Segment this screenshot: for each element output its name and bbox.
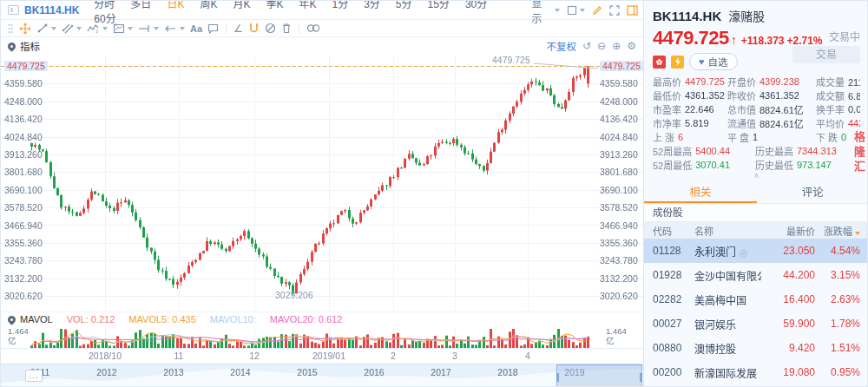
selection-handle-right[interactable]: [640, 373, 642, 382]
breadth-cell: 下 跌0: [816, 130, 860, 144]
col-pct[interactable]: 涨跌幅: [815, 224, 860, 238]
timeline-year-2015[interactable]: 2015: [297, 367, 317, 377]
market-status: 交易中: [829, 29, 860, 43]
stock-code: 01128: [653, 245, 694, 257]
timeline-slider[interactable]: 201120122013201420152016201720182019 ...: [1, 364, 643, 387]
period-tab-日K[interactable]: 日K: [159, 0, 192, 10]
timeline-year-2017[interactable]: 2017: [431, 367, 450, 377]
mavol20-value: MAVOL20: 0.612: [270, 314, 343, 325]
side-panel-toggle-icon[interactable]: [627, 5, 638, 16]
timeline-year-2012[interactable]: 2012: [96, 367, 116, 377]
chart-header: 指标 不复权 ↺ ⊖ ⊕ ⚙: [1, 37, 643, 55]
zoom-out-icon[interactable]: ⊖: [597, 41, 606, 51]
symbol-label[interactable]: BK1114.HK: [24, 4, 79, 16]
stock-row-02282[interactable]: 02282美高梅中国16.4002.63%: [644, 287, 868, 312]
move-tool-icon[interactable]: [16, 21, 34, 36]
adjust-mode-link[interactable]: 不复权: [547, 39, 577, 53]
timeline-selection[interactable]: [556, 364, 642, 387]
period-tab-季K[interactable]: 季K: [258, 0, 291, 10]
range-cell: 历史最低973.147: [755, 158, 860, 172]
display-dropdown[interactable]: 显示: [531, 0, 560, 25]
candlestick-canvas[interactable]: [1, 55, 643, 312]
edit-pencil-icon[interactable]: [592, 5, 602, 16]
indicator-label[interactable]: 指标: [20, 39, 40, 53]
period-tab-周K[interactable]: 周K: [192, 0, 225, 10]
wave-tool-icon[interactable]: 3: [84, 21, 110, 36]
timeline-year-2016[interactable]: 2016: [364, 367, 384, 377]
link-charts-icon[interactable]: [304, 21, 323, 36]
delete-drawings-icon[interactable]: [279, 21, 294, 36]
note-tool-icon[interactable]: [205, 21, 221, 36]
window-layout-icon[interactable]: [8, 5, 19, 15]
col-code[interactable]: 代码: [653, 224, 694, 238]
stock-price: 16.400: [761, 293, 815, 305]
col-price[interactable]: 最新价: [761, 224, 815, 238]
horizontal-ray-tool-icon[interactable]: [135, 21, 161, 36]
stat-label: 历史最高: [755, 144, 793, 158]
stat-value: 8824.61亿: [760, 116, 804, 130]
range-cell: 52周最低3070.41: [653, 158, 755, 172]
trading-app-window: BK1114.HK 分时多日日K周K月K季K年K1分3分5分15分30分60分 …: [0, 0, 868, 387]
timeline-year-2013[interactable]: 2013: [163, 367, 183, 377]
timeline-year-2014[interactable]: 2014: [230, 367, 250, 377]
level2-lightning-badge: [671, 56, 684, 69]
magnet-tool-icon[interactable]: [246, 21, 262, 36]
pattern-tool-icon[interactable]: [110, 21, 135, 36]
angle-tool-icon[interactable]: ∠: [231, 21, 246, 36]
stat-value: 5.819: [685, 118, 709, 128]
stat-cell: 换手率0.072%: [816, 102, 860, 116]
stock-row-00027[interactable]: 00027银河娱乐59.9001.78%: [644, 312, 868, 336]
stock-row-00200[interactable]: 00200新濠国际发展19.0800.95%: [644, 360, 868, 384]
indicator-pin-icon[interactable]: [6, 41, 17, 52]
trendline-tool-icon[interactable]: [34, 21, 59, 36]
stat-value: 1: [753, 132, 758, 142]
stock-row-01928[interactable]: 01928金沙中国有限公司44.2003.15%: [644, 263, 868, 287]
toolbar-grip-handle[interactable]: [8, 23, 13, 34]
period-tab-3分[interactable]: 3分: [356, 0, 388, 10]
period-tab-月K[interactable]: 月K: [225, 0, 258, 10]
timeline-more-button[interactable]: ...: [25, 370, 43, 382]
stock-price: 23.050: [761, 245, 815, 257]
stat-cell: 成交量2119.9万: [816, 75, 860, 89]
period-tab-分时[interactable]: 分时: [86, 0, 122, 10]
period-tab-5分[interactable]: 5分: [388, 0, 420, 10]
stock-name: 新濠国际发展: [694, 365, 761, 380]
selection-handle-left[interactable]: [556, 373, 559, 382]
hide-drawings-icon[interactable]: [262, 21, 279, 36]
add-watchlist-button[interactable]: ♥自选: [689, 53, 738, 70]
period-tab-1分[interactable]: 1分: [324, 0, 356, 10]
candlestick-chart[interactable]: 4479.7254359.5804248.0004136.4204024.840…: [1, 55, 643, 312]
stat-value: 22.646: [685, 104, 714, 115]
period-tab-30分[interactable]: 30分: [457, 0, 495, 10]
stock-row-00880[interactable]: 00880澳博控股9.4201.51%: [644, 336, 868, 360]
fullscreen-expand-icon[interactable]: [609, 5, 620, 16]
stat-cell: 总市值8824.61亿: [727, 102, 816, 116]
chevron-down-icon: [555, 9, 560, 12]
channel-tool-icon[interactable]: [59, 21, 84, 36]
mavol-pin-icon[interactable]: [6, 314, 17, 325]
stock-name: 金沙中国有限公司: [694, 268, 761, 283]
reset-chart-icon[interactable]: ↺: [582, 41, 591, 51]
col-name[interactable]: 名称: [694, 224, 761, 238]
stock-change-pct: 0.95%: [815, 366, 860, 378]
period-tab-多日[interactable]: 多日: [122, 0, 159, 10]
stat-value: 4361.352: [760, 90, 799, 101]
mavol-title[interactable]: MAVOL: [20, 314, 53, 325]
zoom-in-icon[interactable]: ⊕: [612, 41, 621, 51]
panel-tab-评论[interactable]: 评论: [757, 182, 868, 203]
collapse-stats-caret[interactable]: ∧: [653, 172, 860, 180]
panel-tab-相关[interactable]: 相关: [644, 182, 757, 203]
volume-pane[interactable]: 1.464亿 1.464亿: [1, 326, 643, 348]
timeline-year-2018[interactable]: 2018: [497, 367, 517, 377]
period-tab-年K[interactable]: 年K: [291, 0, 324, 10]
text-tool-icon[interactable]: Aa: [187, 21, 205, 36]
chart-settings-icon[interactable]: ⚙: [627, 41, 636, 51]
stock-price: 59.900: [761, 318, 815, 330]
arrow-tool-icon[interactable]: [161, 21, 187, 36]
trade-button[interactable]: 交易: [792, 46, 860, 63]
stock-row-01128[interactable]: 01128永利澳门◎23.0504.54%: [644, 239, 868, 263]
layout-select-dropdown[interactable]: [567, 5, 585, 16]
volume-canvas[interactable]: [1, 326, 643, 348]
stock-name: 永利澳门◎: [694, 244, 761, 259]
period-tab-15分[interactable]: 15分: [420, 0, 457, 10]
